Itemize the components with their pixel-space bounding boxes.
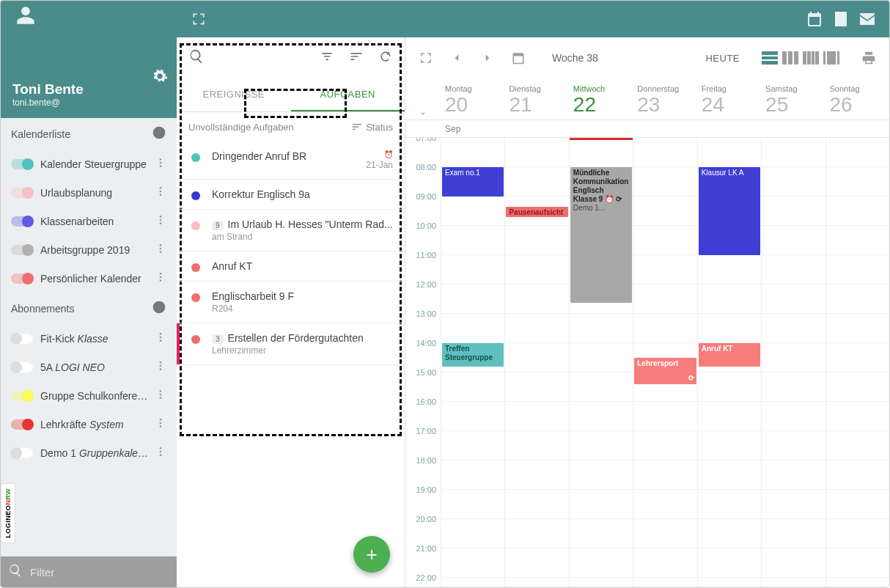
view-month[interactable]	[803, 51, 819, 65]
day-column[interactable]	[761, 138, 825, 587]
calendar-toolbar: Woche 38 HEUTE	[405, 37, 889, 78]
calendar-list-item[interactable]: Persönlicher Kalender	[1, 264, 177, 293]
svg-point-22	[160, 394, 162, 396]
svg-point-2	[160, 165, 162, 167]
today-button[interactable]: HEUTE	[705, 53, 740, 64]
more-icon[interactable]	[152, 214, 169, 228]
calendar-event[interactable]: Anruf KT	[699, 343, 760, 367]
calendar-list-item[interactable]: Demo 1 Gruppenkalender	[1, 438, 177, 467]
mail-icon[interactable]	[854, 6, 880, 32]
svg-point-27	[160, 447, 162, 449]
calendar-list-item[interactable]: Klassenarbeiten	[1, 207, 177, 235]
next-week-icon[interactable]	[476, 46, 499, 70]
svg-point-17	[160, 339, 162, 342]
calendar-event[interactable]: Klausur LK A	[699, 167, 760, 255]
print-icon[interactable]	[857, 46, 880, 70]
calendar-list-item[interactable]: Gruppe Schulkonferenz ...	[1, 381, 177, 410]
day-header[interactable]: Montag20	[441, 78, 504, 120]
day-header[interactable]: Freitag24	[697, 78, 761, 120]
svg-point-10	[160, 248, 162, 250]
tab-events[interactable]: EREIGNISSE	[177, 78, 291, 111]
task-item[interactable]: 3Erstellen der FördergutachtenLehrerzimm…	[177, 323, 405, 365]
logineo-tab[interactable]: LOGINEONRW	[1, 483, 15, 543]
calendar-event[interactable]: Exam no.1	[442, 167, 504, 196]
svg-point-5	[160, 194, 162, 196]
more-icon[interactable]	[152, 360, 169, 374]
tasks-panel: EREIGNISSE AUFGABEN Unvollständige Aufga…	[177, 37, 405, 587]
filter-input[interactable]	[30, 566, 169, 578]
fullscreen-icon[interactable]	[185, 6, 212, 32]
more-icon[interactable]	[152, 185, 169, 199]
more-icon[interactable]	[152, 389, 169, 403]
task-item[interactable]: Dringender Anruf BR⏰21-Jan	[177, 142, 405, 180]
tabs: EREIGNISSE AUFGABEN	[177, 78, 405, 112]
calendar-event[interactable]: Lehrersport⟳	[634, 358, 696, 384]
calendar-list-item[interactable]: Arbeitsgruppe 2019	[1, 235, 177, 264]
calendar-event[interactable]: Mündliche Kommunikation Englisch Klasse …	[570, 167, 632, 303]
top-bar	[1, 1, 889, 37]
more-icon[interactable]	[152, 446, 169, 460]
expand-down-icon[interactable]	[405, 78, 441, 120]
svg-point-20	[160, 368, 162, 370]
day-header[interactable]: Mittwoch22	[569, 78, 633, 120]
add-fab[interactable]: +	[353, 536, 390, 573]
svg-point-23	[160, 397, 162, 399]
day-column[interactable]	[825, 138, 889, 587]
view-week[interactable]	[782, 51, 798, 65]
calendar-event[interactable]: Pausenaufsicht	[506, 207, 567, 217]
calendar-list-item[interactable]: Urlaubsplanung	[1, 178, 177, 207]
svg-point-18	[160, 361, 162, 364]
calendar-list-item[interactable]: Lehrkräfte System	[1, 410, 177, 438]
more-icon[interactable]	[152, 331, 169, 345]
sort-icon[interactable]	[349, 49, 364, 67]
refresh-icon[interactable]	[378, 49, 393, 67]
tab-tasks[interactable]: AUFGABEN	[291, 78, 405, 111]
contacts-icon[interactable]	[828, 6, 854, 32]
day-column[interactable]: Exam no.1Treffen Steuergruppe	[441, 138, 504, 587]
day-column[interactable]: Pausenaufsicht	[504, 138, 568, 587]
more-icon[interactable]	[152, 157, 169, 171]
svg-point-13	[160, 276, 162, 279]
date-picker-icon[interactable]	[507, 46, 530, 70]
day-header[interactable]: Sonntag26	[825, 78, 889, 120]
task-item[interactable]: 9Im Urlaub H. Hesses "Unterm Rad...am St…	[177, 210, 405, 251]
view-switcher	[762, 51, 839, 65]
search-icon[interactable]	[188, 48, 205, 67]
day-header[interactable]: Samstag25	[761, 78, 825, 120]
settings-gear-icon[interactable]	[152, 68, 168, 87]
day-column[interactable]: Lehrersport⟳	[633, 138, 696, 587]
status-sort[interactable]: Status	[351, 121, 393, 133]
calendar-list-item[interactable]: 5A LOGI NEO	[1, 353, 177, 381]
profile-block: Toni Bente toni.bente@	[1, 37, 177, 118]
calendar-list-item[interactable]: Kalender Steuergruppe	[1, 150, 177, 178]
expand-icon[interactable]	[414, 46, 438, 70]
calendar-event[interactable]: Treffen Steuergruppe	[442, 343, 504, 367]
month-label: Sep	[441, 124, 504, 134]
week-label: Woche 38	[552, 52, 598, 64]
task-item[interactable]: Anruf KT	[177, 251, 405, 282]
add-subscription-icon[interactable]	[152, 300, 166, 317]
task-item[interactable]: Korrektur Englisch 9a	[177, 180, 405, 210]
view-day[interactable]	[762, 51, 778, 65]
task-item[interactable]: Englischarbeit 9 FR204	[177, 282, 405, 323]
day-column[interactable]: Klausur LK AAnruf KT	[697, 138, 761, 587]
section-subscriptions: Abonnements	[1, 293, 177, 324]
calendar-icon[interactable]	[801, 6, 828, 32]
prev-week-icon[interactable]	[445, 46, 468, 70]
view-list[interactable]	[823, 51, 839, 65]
more-icon[interactable]	[152, 243, 169, 257]
svg-point-8	[160, 222, 162, 224]
calendar-list-item[interactable]: Fit-Kick Klasse	[1, 324, 177, 353]
more-icon[interactable]	[152, 271, 169, 285]
day-header[interactable]: Dienstag21	[504, 78, 568, 120]
filter-icon[interactable]	[320, 49, 334, 67]
day-header[interactable]: Donnerstag23	[633, 78, 696, 120]
calendar: Woche 38 HEUTE Montag20Dienstag21Mittwoc…	[405, 37, 889, 587]
svg-point-3	[160, 187, 162, 189]
svg-point-28	[160, 451, 162, 453]
svg-point-24	[160, 419, 162, 421]
more-icon[interactable]	[152, 417, 169, 431]
search-icon	[8, 563, 23, 581]
day-column[interactable]: Mündliche Kommunikation Englisch Klasse …	[569, 138, 633, 587]
add-calendar-icon[interactable]	[152, 125, 166, 142]
